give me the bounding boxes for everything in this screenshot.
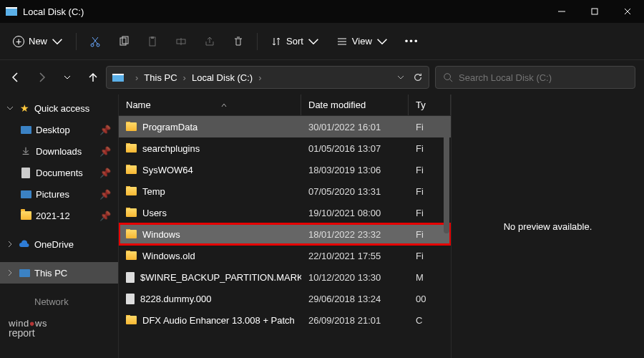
chevron-down-icon: [52, 36, 63, 47]
pin-icon: 📌: [99, 146, 111, 157]
table-row[interactable]: Users19/10/2021 08:00Fi: [119, 202, 451, 223]
toolbar: + New Sort View •••: [0, 23, 644, 60]
close-button[interactable]: [611, 0, 644, 23]
folder-icon: [126, 165, 137, 174]
chevron-down-icon[interactable]: [397, 74, 404, 81]
cut-button[interactable]: [82, 29, 108, 54]
pin-icon: 📌: [99, 168, 111, 178]
file-name: Users: [142, 208, 167, 218]
file-date: 22/10/2021 17:55: [301, 251, 409, 261]
file-date: 30/01/2022 16:01: [301, 122, 409, 132]
sidebar-item-label: Desktop: [36, 125, 70, 135]
crumb-this-pc[interactable]: This PC: [144, 72, 177, 83]
pin-icon: 📌: [99, 211, 111, 221]
new-button[interactable]: + New: [6, 29, 70, 54]
window-title: Local Disk (C:): [23, 6, 545, 17]
folder-icon: [20, 210, 31, 221]
table-row[interactable]: Windows18/01/2022 23:32Fi: [119, 223, 451, 245]
sidebar-item-documents[interactable]: Documents📌: [0, 162, 118, 183]
sidebar-quick-access[interactable]: ★ Quick access: [0, 97, 118, 119]
table-row[interactable]: $WINRE_BACKUP_PARTITION.MARKER10/12/2020…: [119, 266, 451, 288]
table-row[interactable]: DFX Audio Enhancer 13.008 + Patch26/09/2…: [119, 309, 451, 331]
recent-button[interactable]: [60, 70, 74, 84]
crumb-separator-icon: ›: [183, 72, 186, 83]
table-row[interactable]: Temp07/05/2020 13:31Fi: [119, 180, 451, 202]
forward-button[interactable]: [34, 70, 49, 84]
view-icon: [336, 36, 348, 47]
file-date: 19/10/2021 08:00: [301, 208, 409, 218]
sidebar-network[interactable]: Network: [0, 291, 118, 312]
file-date: 18/03/2019 13:06: [301, 165, 409, 175]
folder-icon: [126, 144, 137, 153]
folder-icon: [126, 208, 137, 217]
search-bar[interactable]: [435, 66, 635, 89]
crumb-current[interactable]: Local Disk (C:): [192, 72, 253, 83]
sidebar-item-downloads[interactable]: Downloads📌: [0, 140, 118, 162]
rename-icon: [175, 36, 187, 47]
rename-button[interactable]: [168, 29, 194, 54]
sidebar-item-pictures[interactable]: Pictures📌: [0, 183, 118, 205]
share-button[interactable]: [197, 29, 223, 54]
chevron-down-icon: [376, 36, 388, 47]
documents-icon: [20, 167, 31, 178]
sidebar-item-label: Quick access: [34, 103, 89, 114]
sort-label: Sort: [286, 36, 303, 47]
file-type: C: [409, 315, 451, 326]
chevron-right-icon[interactable]: [6, 269, 14, 276]
file-name: Temp: [142, 186, 165, 197]
list-header: Name Date modified Ty: [119, 95, 451, 116]
table-row[interactable]: searchplugins01/05/2016 13:07Fi: [119, 137, 451, 159]
folder-icon: [126, 187, 137, 195]
view-button[interactable]: View: [329, 29, 395, 54]
sidebar-item-desktop[interactable]: Desktop📌: [0, 119, 118, 140]
up-button[interactable]: [86, 70, 100, 84]
file-name: Windows: [142, 229, 180, 240]
cloud-icon: [19, 238, 30, 250]
column-name[interactable]: Name: [119, 95, 301, 115]
sidebar-item-2021-12[interactable]: 2021-12📌: [0, 205, 118, 226]
file-type: Fi: [409, 251, 451, 261]
file-type: 00: [409, 294, 451, 304]
file-list: Name Date modified Ty ProgramData30/01/2…: [118, 95, 451, 358]
table-row[interactable]: SysWOW6418/03/2019 13:06Fi: [119, 159, 451, 180]
search-input[interactable]: [459, 72, 628, 83]
copy-button[interactable]: [111, 29, 137, 54]
scrollbar[interactable]: [444, 119, 449, 233]
maximize-button[interactable]: [578, 0, 611, 23]
file-type: M: [409, 272, 451, 283]
column-type[interactable]: Ty: [409, 95, 451, 115]
titlebar[interactable]: Local Disk (C:): [0, 0, 644, 23]
share-icon: [204, 36, 215, 47]
chevron-down-icon[interactable]: [6, 105, 14, 112]
sort-button[interactable]: Sort: [263, 29, 326, 54]
drive-icon: [112, 74, 124, 82]
sidebar-item-label: Network: [34, 296, 69, 307]
file-date: 18/01/2022 23:32: [301, 229, 409, 240]
table-row[interactable]: ProgramData30/01/2022 16:01Fi: [119, 116, 451, 137]
pin-icon: 📌: [99, 189, 111, 200]
more-button[interactable]: •••: [398, 29, 426, 54]
sidebar-onedrive[interactable]: OneDrive: [0, 233, 118, 255]
folder-icon: [126, 316, 137, 324]
column-date[interactable]: Date modified: [301, 95, 409, 115]
file-name: DFX Audio Enhancer 13.008 + Patch: [142, 315, 295, 326]
file-date: 26/09/2018 21:01: [301, 315, 409, 326]
file-name: 8228.dummy.000: [140, 294, 212, 304]
table-row[interactable]: 8228.dummy.00029/06/2018 13:2400: [119, 288, 451, 309]
file-name: Windows.old: [142, 251, 195, 261]
file-name: ProgramData: [142, 122, 197, 132]
delete-button[interactable]: [225, 29, 251, 54]
refresh-icon[interactable]: [413, 72, 423, 82]
sidebar-item-label: 2021-12: [36, 211, 70, 221]
paste-button[interactable]: [140, 29, 165, 54]
table-row[interactable]: Windows.old22/10/2021 17:55Fi: [119, 245, 451, 266]
folder-icon: [126, 251, 137, 260]
view-label: View: [352, 36, 372, 47]
paste-icon: [147, 36, 158, 47]
sidebar-this-pc[interactable]: This PC: [0, 262, 118, 284]
plus-icon: +: [13, 36, 24, 47]
back-button[interactable]: [9, 70, 23, 84]
address-bar[interactable]: › This PC › Local Disk (C:) ›: [106, 66, 429, 89]
minimize-button[interactable]: [545, 0, 578, 23]
chevron-right-icon[interactable]: [6, 241, 14, 248]
